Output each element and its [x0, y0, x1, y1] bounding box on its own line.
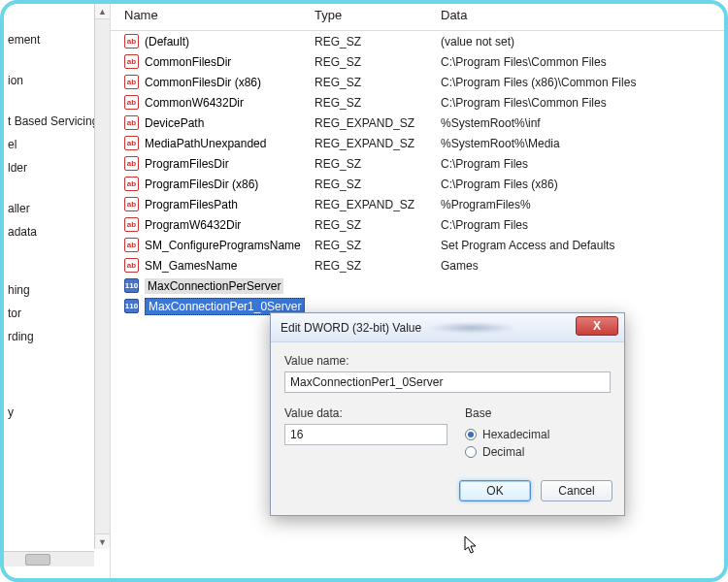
base-label: Base: [465, 406, 611, 420]
string-value-icon: ab: [124, 95, 139, 110]
radio-dot-hex-icon: [465, 429, 477, 440]
value-row[interactable]: 110MaxConnectionPerServer: [111, 275, 724, 296]
value-row[interactable]: abProgramFilesPathREG_EXPAND_SZ%ProgramF…: [111, 194, 724, 214]
column-headers[interactable]: Name Type Data: [111, 4, 724, 31]
value-row[interactable]: abProgramW6432DirREG_SZC:\Program Files: [111, 214, 724, 235]
value-row[interactable]: abMediaPathUnexpandedREG_EXPAND_SZ%Syste…: [111, 133, 724, 153]
dialog-close-button[interactable]: X: [576, 316, 618, 336]
value-row[interactable]: abSM_GamesNameREG_SZGames: [111, 255, 724, 275]
value-type: REG_EXPAND_SZ: [314, 137, 441, 150]
value-name: ProgramFilesDir: [145, 157, 229, 171]
value-name: (Default): [145, 35, 189, 48]
value-name: MaxConnectionPerServer: [145, 278, 283, 294]
value-data: Set Program Access and Defaults: [441, 239, 724, 252]
string-value-icon: ab: [124, 136, 139, 150]
value-data: C:\Program Files\Common Files: [441, 55, 724, 69]
string-value-icon: ab: [124, 217, 139, 232]
string-value-icon: ab: [124, 34, 139, 48]
value-name: ProgramW6432Dir: [145, 218, 241, 232]
string-value-icon: ab: [124, 197, 139, 211]
value-data: (value not set): [441, 35, 724, 48]
value-row[interactable]: abProgramFilesDir (x86)REG_SZC:\Program …: [111, 174, 724, 194]
value-type: REG_SZ: [314, 259, 441, 273]
scroll-up-icon[interactable]: ▲: [95, 4, 110, 19]
value-data: Games: [441, 259, 724, 273]
value-row[interactable]: abCommonFilesDir (x86)REG_SZC:\Program F…: [111, 72, 724, 92]
binary-value-icon: 110: [124, 299, 139, 313]
value-data: %SystemRoot%\inf: [441, 116, 724, 130]
value-name: ProgramFilesDir (x86): [145, 178, 258, 191]
dialog-title-text: Edit DWORD (32-bit) Value: [281, 321, 421, 335]
value-type: REG_EXPAND_SZ: [314, 198, 441, 211]
value-data: C:\Program Files: [441, 218, 724, 232]
value-data-field[interactable]: [284, 424, 447, 445]
value-name: SM_ConfigureProgramsName: [145, 239, 301, 252]
dialog-button-row: OK Cancel: [271, 470, 624, 515]
dialog-body: Value name: Value data: Base Hexadecimal…: [271, 342, 624, 470]
window-frame: ementiont Based Servicingellderalleradat…: [0, 0, 728, 582]
value-type: REG_SZ: [314, 96, 441, 110]
string-value-icon: ab: [124, 177, 139, 191]
value-name: CommonFilesDir: [145, 55, 231, 69]
header-data[interactable]: Data: [441, 8, 724, 22]
radio-dot-dec-icon: [465, 446, 477, 458]
header-name[interactable]: Name: [111, 8, 314, 22]
value-data: C:\Program Files (x86): [441, 178, 724, 191]
value-name-field[interactable]: [284, 372, 611, 393]
tree-horizontal-scrollbar[interactable]: [4, 551, 94, 566]
value-row[interactable]: abCommonW6432DirREG_SZC:\Program Files\C…: [111, 92, 724, 113]
value-type: REG_SZ: [314, 55, 441, 69]
scroll-thumb[interactable]: [25, 554, 50, 566]
value-data: %ProgramFiles%: [441, 198, 724, 211]
value-type: REG_SZ: [314, 218, 441, 232]
value-row[interactable]: abDevicePathREG_EXPAND_SZ%SystemRoot%\in…: [111, 113, 724, 133]
value-name: CommonFilesDir (x86): [145, 76, 261, 89]
string-value-icon: ab: [124, 156, 139, 171]
value-row[interactable]: ab(Default)REG_SZ(value not set): [111, 31, 724, 51]
value-name: DevicePath: [145, 116, 204, 130]
title-blur-area: [427, 322, 516, 334]
value-name: ProgramFilesPath: [145, 198, 238, 211]
value-name: CommonW6432Dir: [145, 96, 244, 110]
string-value-icon: ab: [124, 115, 139, 130]
radio-dec-label: Decimal: [482, 445, 524, 459]
value-row[interactable]: abSM_ConfigureProgramsNameREG_SZSet Prog…: [111, 235, 724, 255]
value-data-label: Value data:: [284, 406, 447, 420]
value-type: REG_SZ: [314, 239, 441, 252]
value-data: %SystemRoot%\Media: [441, 137, 724, 150]
string-value-icon: ab: [124, 238, 139, 252]
tree-pane: ementiont Based Servicingellderalleradat…: [4, 4, 111, 578]
string-value-icon: ab: [124, 258, 139, 273]
string-value-icon: ab: [124, 75, 139, 89]
value-data: C:\Program Files\Common Files: [441, 96, 724, 110]
value-name: MediaPathUnexpanded: [145, 137, 266, 150]
value-name-label: Value name:: [284, 354, 611, 368]
value-type: REG_SZ: [314, 157, 441, 171]
value-data: C:\Program Files (x86)\Common Files: [441, 76, 724, 89]
scroll-down-icon[interactable]: ▼: [95, 534, 110, 549]
value-data: C:\Program Files: [441, 157, 724, 171]
close-icon: X: [593, 319, 601, 333]
ok-button[interactable]: OK: [459, 480, 531, 501]
header-type[interactable]: Type: [314, 8, 441, 22]
radio-hex-label: Hexadecimal: [482, 428, 549, 441]
value-row[interactable]: abCommonFilesDirREG_SZC:\Program Files\C…: [111, 51, 724, 72]
dialog-titlebar[interactable]: Edit DWORD (32-bit) Value X: [271, 313, 624, 342]
cancel-button[interactable]: Cancel: [541, 480, 612, 501]
radio-decimal[interactable]: Decimal: [465, 443, 611, 461]
value-type: REG_SZ: [314, 178, 441, 191]
edit-dword-dialog: Edit DWORD (32-bit) Value X Value name: …: [270, 312, 625, 516]
value-type: REG_EXPAND_SZ: [314, 116, 441, 130]
radio-hexadecimal[interactable]: Hexadecimal: [465, 426, 611, 443]
value-type: REG_SZ: [314, 35, 441, 48]
tree-vertical-scrollbar[interactable]: ▲ ▼: [94, 4, 110, 549]
string-value-icon: ab: [124, 54, 139, 69]
value-name: SM_GamesName: [145, 259, 237, 273]
binary-value-icon: 110: [124, 278, 139, 293]
value-type: REG_SZ: [314, 76, 441, 89]
value-row[interactable]: abProgramFilesDirREG_SZC:\Program Files: [111, 153, 724, 174]
